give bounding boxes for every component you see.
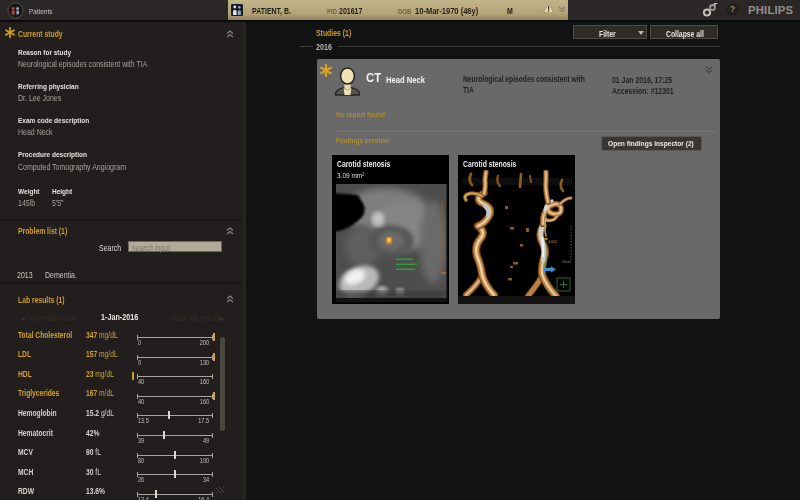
svg-text:20cm: 20cm [562,260,571,264]
svg-text:4.005: 4.005 [548,240,557,244]
